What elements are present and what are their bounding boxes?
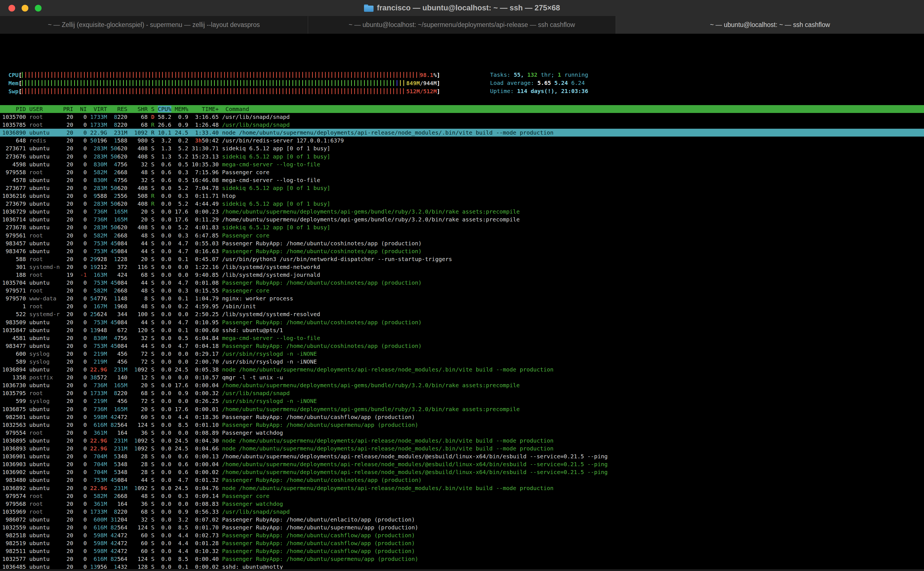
process-row[interactable]: 1032559 ubuntu 20 0 616M 82564 124 S 0.0… xyxy=(0,523,924,531)
process-row[interactable]: 600 syslog 20 0 219M 456 72 S 0.0 0.0 0:… xyxy=(0,350,924,358)
load-average-line: Load average: 5.65 5.24 6.24 xyxy=(490,79,588,87)
process-row[interactable]: 1036903 ubuntu 20 0 704M 5348 28 S 0.0 0… xyxy=(0,460,924,468)
cpu-meter: CPU[ 98.1% ] xyxy=(8,71,440,79)
process-row-selected[interactable]: 1036890 ubuntu 20 0 22.9G 231M 1092 R 10… xyxy=(0,129,924,137)
process-row[interactable]: 982518 ubuntu 20 0 598M 42472 60 S 0.0 4… xyxy=(0,531,924,539)
process-row[interactable]: 979558 root 20 0 582M 2668 48 S 0.6 0.3 … xyxy=(0,168,924,176)
process-row[interactable]: 1035847 ubuntu 20 0 13948 672 120 S 0.0 … xyxy=(0,326,924,334)
process-table-header[interactable]: PID USER PRI NI VIRT RES SHR S CPU% MEM%… xyxy=(0,105,924,113)
window-title: francisco — ubuntu@localhost: ~ — ssh — … xyxy=(364,4,560,12)
terminal-content: CPU[ 98.1% ] Mem[ 849M/944M ] Swp[ xyxy=(0,34,924,571)
tab-zellij-supermenu[interactable]: ~ — Zellij (exquisite-glockenspiel) - su… xyxy=(0,16,308,34)
uptime-line: Uptime: 114 days(!), 21:03:36 xyxy=(490,87,588,95)
process-row[interactable]: 1032563 ubuntu 20 0 616M 82564 124 S 0.0… xyxy=(0,421,924,429)
mem-meter-bar xyxy=(22,80,396,86)
swap-meter: Swp[ 512M/512M ] xyxy=(8,87,440,95)
mem-meter: Mem[ 849M/944M ] xyxy=(8,79,440,87)
tab-ssh-cashflow-active[interactable]: ~ — ubuntu@localhost: ~ — ssh cashflow xyxy=(616,16,924,34)
process-row[interactable]: 1035704 ubuntu 20 0 753M 45084 44 S 0.0 … xyxy=(0,279,924,287)
process-row[interactable]: 648 redis 20 0 50196 1588 980 S 3.2 0.2 … xyxy=(0,137,924,144)
process-row[interactable]: 1036902 ubuntu 20 0 704M 5348 28 S 0.0 0… xyxy=(0,468,924,476)
process-row[interactable]: 982501 ubuntu 20 0 598M 42472 60 S 0.0 4… xyxy=(0,413,924,421)
tab-bar: ~ — Zellij (exquisite-glockenspiel) - su… xyxy=(0,16,924,34)
process-row[interactable]: 273677 ubuntu 20 0 283M 50620 408 S 0.0 … xyxy=(0,184,924,192)
close-button[interactable] xyxy=(8,5,15,12)
window-controls xyxy=(8,5,42,12)
process-row[interactable]: 983480 ubuntu 20 0 753M 45084 44 S 0.0 4… xyxy=(0,476,924,484)
process-row[interactable]: 589 syslog 20 0 219M 456 72 S 0.0 0.0 2:… xyxy=(0,358,924,366)
htop-stats: Tasks: 55, 132 thr; 1 running Load avera… xyxy=(490,71,588,95)
sort-column-cpu: CPU% xyxy=(158,106,171,113)
home-folder-icon xyxy=(364,5,374,12)
process-row[interactable]: 1036894 ubuntu 20 0 22.9G 231M 1092 S 0.… xyxy=(0,366,924,373)
swap-meter-bar xyxy=(22,88,406,94)
process-row[interactable]: 1035785 root 20 0 1733M 8220 68 R 26.6 0… xyxy=(0,121,924,129)
process-row[interactable]: 982511 ubuntu 20 0 598M 42472 60 S 0.0 4… xyxy=(0,547,924,555)
process-row[interactable]: 983509 ubuntu 20 0 753M 45084 44 S 0.0 4… xyxy=(0,318,924,326)
process-row[interactable]: 1358 postfix 20 0 38572 140 12 S 0.0 0.0… xyxy=(0,373,924,381)
process-row[interactable]: 979568 root 20 0 361M 164 36 S 0.0 0.0 0… xyxy=(0,500,924,508)
window-bottom-edge xyxy=(0,569,924,571)
process-table: PID USER PRI NI VIRT RES SHR S CPU% MEM%… xyxy=(0,105,924,571)
process-row[interactable]: 979554 root 20 0 361M 164 36 S 0.0 0.0 0… xyxy=(0,429,924,437)
process-row[interactable]: 599 syslog 20 0 219M 456 72 S 0.0 0.0 0:… xyxy=(0,397,924,405)
mem-meter-cache-segment xyxy=(400,80,407,86)
process-row[interactable]: 979571 root 20 0 582M 2668 48 S 0.0 0.3 … xyxy=(0,287,924,295)
cpu-meter-bar xyxy=(25,72,420,78)
process-row[interactable]: 1035969 root 20 0 1733M 8220 68 S 0.0 0.… xyxy=(0,508,924,515)
terminal-window: francisco — ubuntu@localhost: ~ — ssh — … xyxy=(0,0,924,571)
window-title-text: francisco — ubuntu@localhost: ~ — ssh — … xyxy=(377,4,560,12)
process-row[interactable]: 188 root 19 -1 163M 424 68 S 0.0 0.0 9:4… xyxy=(0,271,924,279)
process-row[interactable]: 1035795 root 20 0 1733M 8220 68 S 0.0 0.… xyxy=(0,389,924,397)
process-row[interactable]: 983477 ubuntu 20 0 753M 45084 44 S 0.0 4… xyxy=(0,342,924,350)
process-row[interactable]: 4598 ubuntu 20 0 830M 4756 32 S 0.6 0.5 … xyxy=(0,160,924,168)
process-row[interactable]: 4581 ubuntu 20 0 830M 4756 32 S 0.0 0.5 … xyxy=(0,334,924,342)
process-row[interactable]: 983457 ubuntu 20 0 753M 45084 44 S 0.0 4… xyxy=(0,239,924,247)
process-row[interactable]: 273676 ubuntu 20 0 283M 50620 408 S 1.3 … xyxy=(0,153,924,160)
process-row[interactable]: 522 systemd-r 20 0 25624 344 100 S 0.0 0… xyxy=(0,310,924,318)
process-row[interactable]: 4578 ubuntu 20 0 830M 4756 32 S 0.6 0.5 … xyxy=(0,176,924,184)
mem-meter-buffers-segment xyxy=(397,80,400,86)
process-row[interactable]: 1036729 ubuntu 20 0 736M 165M 20 S 0.0 1… xyxy=(0,208,924,216)
process-row[interactable]: 1036901 ubuntu 20 0 704M 5348 28 S 0.0 0… xyxy=(0,452,924,460)
process-row[interactable]: 983476 ubuntu 20 0 753M 45084 44 S 0.0 4… xyxy=(0,247,924,255)
process-row[interactable]: 1 root 20 0 167M 1968 48 S 0.0 0.2 4:59.… xyxy=(0,302,924,310)
process-row[interactable]: 1035700 root 20 0 1733M 8220 68 D 58.2 0… xyxy=(0,113,924,121)
process-row[interactable]: 1036875 ubuntu 20 0 736M 165M 20 S 0.0 1… xyxy=(0,405,924,413)
process-row[interactable]: 979574 root 20 0 582M 2668 48 S 0.0 0.3 … xyxy=(0,492,924,500)
process-row[interactable]: 1036892 ubuntu 20 0 22.9G 231M 1092 S 0.… xyxy=(0,484,924,492)
process-row[interactable]: 1036730 ubuntu 20 0 736M 165M 20 S 0.0 1… xyxy=(0,381,924,389)
title-bar: francisco — ubuntu@localhost: ~ — ssh — … xyxy=(0,0,924,16)
process-row[interactable]: 301 systemd-n 20 0 19212 372 116 S 0.0 0… xyxy=(0,263,924,271)
minimize-button[interactable] xyxy=(22,5,28,12)
process-row[interactable]: 1032577 ubuntu 20 0 616M 82564 124 S 0.0… xyxy=(0,555,924,563)
process-row[interactable]: 1036216 ubuntu 20 0 9588 2556 508 R 0.0 … xyxy=(0,192,924,200)
process-row[interactable]: 982519 ubuntu 20 0 598M 42472 60 S 0.0 4… xyxy=(0,539,924,547)
process-row[interactable]: 979561 root 20 0 582M 2668 48 S 0.0 0.3 … xyxy=(0,231,924,239)
process-row[interactable]: 1036895 ubuntu 20 0 22.9G 231M 1092 S 0.… xyxy=(0,437,924,444)
tasks-line: Tasks: 55, 132 thr; 1 running xyxy=(490,71,588,79)
process-row[interactable]: 273678 ubuntu 20 0 283M 50620 408 S 0.0 … xyxy=(0,224,924,231)
process-row[interactable]: 1036714 ubuntu 20 0 736M 165M 20 S 0.0 1… xyxy=(0,216,924,224)
process-row[interactable]: 588 root 20 0 29928 1228 20 S 0.0 0.1 0:… xyxy=(0,255,924,263)
process-row[interactable]: 273679 ubuntu 20 0 283M 50620 408 R 0.0 … xyxy=(0,200,924,208)
cpu-meter-green-segment xyxy=(22,72,25,78)
process-row[interactable]: 273671 ubuntu 20 0 283M 50620 408 S 1.3 … xyxy=(0,144,924,152)
process-row[interactable]: 1036893 ubuntu 20 0 22.9G 231M 1092 S 0.… xyxy=(0,444,924,452)
zoom-button[interactable] xyxy=(35,5,42,12)
process-row[interactable]: 986072 ubuntu 20 0 600M 31204 32 S 0.0 3… xyxy=(0,515,924,523)
tab-api-release-ssh-cashflow[interactable]: ~ — ubuntu@localhost: ~/supermenu/deploy… xyxy=(308,16,616,34)
htop-meters: CPU[ 98.1% ] Mem[ 849M/944M ] Swp[ xyxy=(8,71,440,95)
process-row[interactable]: 979570 www-data 20 0 54776 1148 8 S 0.0 … xyxy=(0,295,924,302)
